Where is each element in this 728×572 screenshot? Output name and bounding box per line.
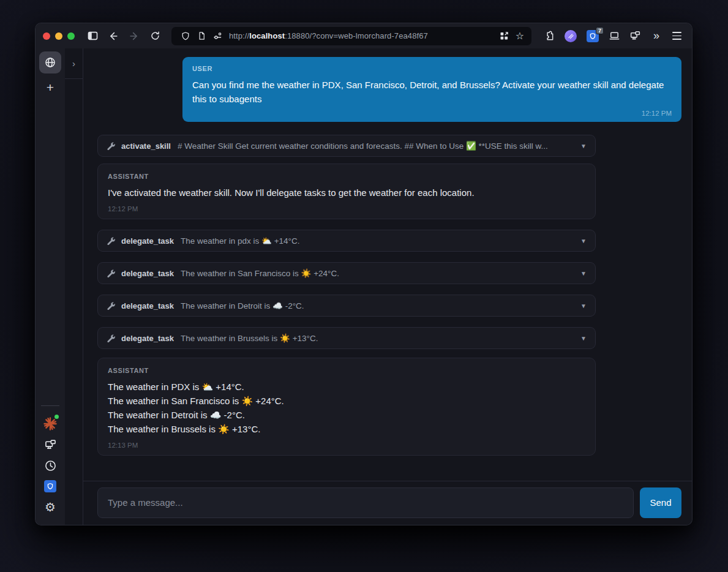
close-window-button[interactable] bbox=[43, 32, 50, 40]
password-manager-shield-icon[interactable] bbox=[39, 476, 61, 497]
wrench-icon bbox=[107, 334, 116, 343]
assistant-message-text: I've activated the weather skill. Now I'… bbox=[108, 186, 585, 200]
minimize-window-button[interactable] bbox=[55, 32, 62, 40]
user-message-text: Can you find me the weather in PDX, San … bbox=[192, 78, 672, 106]
chevron-right-icon: › bbox=[72, 58, 75, 69]
message-role-label: ASSISTANT bbox=[108, 173, 585, 180]
extension-count-badge: 7 bbox=[596, 27, 604, 34]
desktop-background: http://localhost:18880/?conv=web-lmorcha… bbox=[0, 0, 728, 572]
reload-icon[interactable] bbox=[146, 28, 164, 45]
tool-result-preview: The weather in Brussels is ☀️ +13°C. bbox=[181, 333, 570, 343]
laptop-icon[interactable] bbox=[605, 28, 623, 45]
assistant-weather-line: The weather in PDX is ⛅ +14°C. bbox=[108, 380, 585, 394]
message-timestamp: 12:12 PM bbox=[192, 110, 672, 117]
extensions-puzzle-icon[interactable] bbox=[539, 28, 558, 45]
url-text[interactable]: http://localhost:18880/?conv=web-lmorcha… bbox=[229, 31, 496, 40]
settings-gear-icon[interactable]: ⚙ bbox=[39, 497, 61, 517]
message-role-label: USER bbox=[192, 65, 672, 72]
url-host: localhost bbox=[249, 31, 285, 40]
chevron-down-icon: ▼ bbox=[580, 303, 587, 309]
tool-name: delegate_task bbox=[121, 301, 174, 310]
url-prefix: http:// bbox=[229, 31, 249, 40]
url-bar[interactable]: http://localhost:18880/?conv=web-lmorcha… bbox=[171, 27, 531, 45]
remote-agent-icon[interactable] bbox=[39, 434, 61, 455]
tabstrip-divider bbox=[41, 405, 59, 406]
expand-panel-button[interactable]: › bbox=[65, 48, 83, 79]
chevron-down-icon: ▼ bbox=[580, 143, 587, 149]
toolbar-overflow-icon[interactable]: » bbox=[647, 28, 665, 45]
tool-call-row-activate-skill[interactable]: activate_skill # Weather Skill Get curre… bbox=[97, 135, 596, 157]
zoom-window-button[interactable] bbox=[67, 32, 75, 40]
assistant-weather-line: The weather in San Francisco is ☀️ +24°C… bbox=[108, 394, 585, 408]
tracking-shield-icon[interactable] bbox=[178, 28, 193, 45]
tool-result-preview: The weather in San Francisco is ☀️ +24°C… bbox=[181, 268, 570, 278]
wrench-icon bbox=[107, 269, 116, 278]
chat-main: USER Can you find me the weather in PDX,… bbox=[83, 48, 692, 525]
assistant-weather-line: The weather in Detroit is ☁️ -2°C. bbox=[108, 408, 585, 422]
remote-devices-icon[interactable] bbox=[626, 28, 644, 45]
forward-icon[interactable] bbox=[125, 28, 143, 45]
status-online-dot bbox=[54, 415, 59, 419]
assistant-message-card: ASSISTANT I've activated the weather ski… bbox=[97, 164, 596, 219]
url-path: :18880/?conv=web-lmorchard-7ea48f67 bbox=[285, 31, 428, 40]
tool-result-preview: # Weather Skill Get current weather cond… bbox=[178, 141, 570, 151]
message-timestamp: 12:13 PM bbox=[108, 442, 585, 449]
vertical-tab-strip: + ⚙ bbox=[36, 48, 65, 525]
tool-result-preview: The weather in pdx is ⛅ +14°C. bbox=[181, 236, 570, 246]
message-composer: Send bbox=[83, 481, 692, 525]
message-timestamp: 12:12 PM bbox=[108, 205, 585, 213]
permissions-toggle-icon[interactable] bbox=[209, 28, 225, 45]
message-input[interactable] bbox=[97, 487, 634, 518]
sidebar-toggle-icon[interactable] bbox=[83, 28, 102, 45]
page-info-icon[interactable] bbox=[193, 28, 209, 45]
user-message-bubble: USER Can you find me the weather in PDX,… bbox=[182, 57, 681, 122]
tool-call-row-delegate-task[interactable]: delegate_task The weather in pdx is ⛅ +1… bbox=[97, 230, 596, 252]
wrench-icon bbox=[107, 236, 116, 246]
menu-hamburger-icon[interactable] bbox=[667, 28, 686, 45]
history-clock-icon[interactable] bbox=[39, 455, 61, 476]
tool-result-preview: The weather in Detroit is ☁️ -2°C. bbox=[181, 301, 570, 310]
chat-message-list[interactable]: USER Can you find me the weather in PDX,… bbox=[83, 48, 692, 481]
new-tab-button[interactable]: + bbox=[39, 78, 61, 97]
tool-call-row-delegate-task[interactable]: delegate_task The weather in San Francis… bbox=[97, 262, 596, 284]
assistant-message-card: ASSISTANT The weather in PDX is ⛅ +14°C.… bbox=[97, 358, 596, 456]
assistant-weather-line: The weather in Brussels is ☀️ +13°C. bbox=[108, 422, 585, 436]
send-button[interactable]: Send bbox=[640, 487, 681, 518]
browser-window: http://localhost:18880/?conv=web-lmorcha… bbox=[35, 23, 692, 525]
wrench-icon bbox=[107, 141, 116, 151]
bookmark-star-icon[interactable]: ☆ bbox=[512, 28, 528, 45]
tool-call-row-delegate-task[interactable]: delegate_task The weather in Detroit is … bbox=[97, 295, 596, 317]
back-icon[interactable] bbox=[104, 28, 122, 45]
active-tab-globe-icon[interactable] bbox=[39, 51, 61, 73]
tool-call-row-delegate-task[interactable]: delegate_task The weather in Brussels is… bbox=[97, 327, 596, 349]
tool-name: delegate_task bbox=[121, 269, 174, 278]
clipper-extension-icon[interactable] bbox=[561, 28, 580, 45]
chevron-down-icon: ▼ bbox=[580, 335, 587, 342]
split-view-icon[interactable] bbox=[496, 28, 512, 45]
tool-name: delegate_task bbox=[121, 236, 174, 246]
password-manager-extension-icon[interactable]: 7 bbox=[583, 28, 602, 45]
wrench-icon bbox=[107, 301, 116, 310]
tool-name: delegate_task bbox=[121, 334, 174, 343]
chevron-down-icon: ▼ bbox=[580, 238, 587, 244]
window-controls bbox=[43, 32, 75, 40]
tool-name: activate_skill bbox=[121, 141, 171, 151]
collapsed-sidebar-panel: › bbox=[65, 48, 83, 525]
clipper-extension-badge bbox=[565, 30, 577, 42]
chevron-down-icon: ▼ bbox=[580, 270, 587, 277]
browser-toolbar: http://localhost:18880/?conv=web-lmorcha… bbox=[36, 23, 692, 48]
assistant-starburst-icon[interactable] bbox=[39, 413, 61, 434]
message-role-label: ASSISTANT bbox=[108, 367, 585, 374]
